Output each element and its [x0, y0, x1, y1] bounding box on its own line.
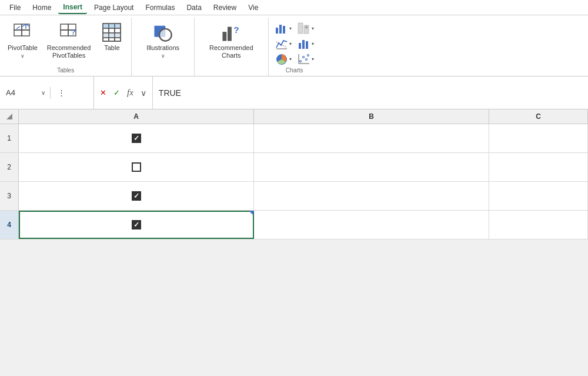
pie-chart-button[interactable]: ▾ [273, 52, 293, 66]
name-box-dropdown-arrow[interactable]: ∨ [41, 89, 45, 96]
recommended-pivottables-button[interactable]: ? RecommendedPivotTables [44, 20, 94, 61]
col-header-c[interactable]: C [489, 109, 588, 124]
header-corner[interactable] [0, 109, 19, 124]
row-header-2[interactable]: 2 [0, 153, 19, 181]
formula-content[interactable]: TRUE [152, 76, 588, 109]
menu-formulas[interactable]: Formulas [141, 2, 179, 14]
checkbox-box-a2 [132, 162, 141, 172]
menu-view[interactable]: Vie [243, 2, 263, 14]
charts-small-content: ▾ ≡ ▾ [273, 20, 316, 66]
scatter-chart-button[interactable]: ▾ [296, 52, 316, 66]
svg-rect-46 [306, 41, 308, 49]
svg-rect-0 [14, 24, 22, 30]
svg-rect-1 [14, 30, 22, 36]
pivottable-icon [12, 22, 33, 43]
dropdown-arrow-formula[interactable]: ∨ [138, 87, 149, 99]
illustrations-group-label [143, 72, 182, 76]
row-header-4[interactable]: 4 [0, 211, 19, 239]
checkbox-box-a1: ✓ [132, 134, 141, 143]
confirm-icon[interactable]: ✓ [111, 87, 122, 98]
svg-rect-33 [228, 27, 232, 41]
menu-review[interactable]: Review [209, 2, 241, 14]
table-row: 2 [0, 153, 588, 182]
table-row: 4 ✓ [0, 211, 588, 239]
svg-text:≡: ≡ [305, 25, 308, 30]
menu-data[interactable]: Data [182, 2, 206, 14]
checkbox-box-a3: ✓ [132, 191, 141, 201]
col-header-b[interactable]: B [254, 109, 489, 124]
bar-chart-button[interactable]: ▾ [273, 21, 293, 35]
cell-b3[interactable] [254, 182, 489, 210]
cell-a1[interactable]: ✓ [19, 124, 254, 152]
recommended-charts-button[interactable]: ? RecommendedCharts [206, 20, 256, 61]
pivottable-button[interactable]: PivotTable ∨ [5, 20, 41, 61]
svg-rect-21 [115, 33, 121, 38]
ribbon-group-charts: ▾ ≡ ▾ [269, 18, 320, 76]
checkbox-a4[interactable]: ✓ [131, 219, 142, 231]
formula-bar: A4 ∨ ⋮ ✕ ✓ fx ∨ TRUE [0, 76, 588, 109]
svg-point-51 [307, 55, 309, 56]
column-chart-button[interactable]: ▾ [296, 36, 316, 51]
cancel-icon[interactable]: ✕ [98, 87, 109, 98]
ribbon-group-rec-charts: ? RecommendedCharts [195, 18, 269, 76]
svg-rect-38 [276, 28, 278, 34]
illustrations-button[interactable]: Illustrations ∨ [143, 20, 182, 61]
cell-b4[interactable] [254, 211, 489, 239]
cell-c2[interactable] [489, 153, 588, 181]
row-header-3[interactable]: 3 [0, 182, 19, 210]
cell-b2[interactable] [254, 153, 489, 181]
menu-home[interactable]: Home [28, 2, 56, 14]
checkbox-a3[interactable]: ✓ [131, 190, 142, 202]
svg-rect-6 [61, 30, 68, 36]
menu-insert[interactable]: Insert [58, 1, 87, 14]
checkmark-a4: ✓ [133, 221, 139, 228]
line-chart-button[interactable]: ▾ [273, 36, 293, 51]
menu-file[interactable]: File [5, 2, 25, 14]
svg-rect-5 [61, 24, 68, 30]
cell-c3[interactable] [489, 182, 588, 210]
recommended-charts-label: RecommendedCharts [209, 44, 253, 59]
col-header-a[interactable]: A [19, 109, 254, 124]
colon-icon[interactable]: ⋮ [55, 88, 68, 97]
cell-corner-marker [249, 211, 253, 215]
svg-rect-19 [103, 33, 109, 38]
cell-a3[interactable]: ✓ [19, 182, 254, 210]
line-chart-icon [275, 37, 288, 50]
ribbon-group-tables: PivotTable ∨ ? RecommendedPivotTables [0, 18, 132, 76]
svg-text:?: ? [234, 25, 239, 35]
charts-group-label: Charts [273, 66, 316, 76]
pivottable-label: PivotTable [8, 44, 38, 52]
bar-chart-icon [275, 22, 288, 35]
cell-a4[interactable]: ✓ [19, 211, 254, 239]
illustrations-label: Illustrations [146, 44, 179, 52]
cell-a2[interactable] [19, 153, 254, 181]
fx-icon[interactable]: fx [125, 86, 136, 99]
menu-page-layout[interactable]: Page Layout [89, 2, 138, 14]
svg-rect-32 [223, 32, 227, 41]
recommended-pivottables-label: RecommendedPivotTables [47, 44, 91, 59]
table-row: 1 ✓ [0, 124, 588, 153]
table-button[interactable]: Table [97, 20, 126, 54]
pie-chart-icon [275, 52, 288, 65]
recommended-charts-icon: ? [220, 22, 242, 43]
name-box-divider [50, 87, 51, 99]
bar-chart-arrow: ▾ [289, 26, 292, 31]
table-icon [101, 22, 122, 43]
area-chart-button[interactable]: ≡ ▾ [296, 21, 316, 35]
cell-c4[interactable] [489, 211, 588, 239]
charts-row-1: ▾ ≡ ▾ [273, 21, 316, 35]
svg-rect-20 [109, 33, 115, 38]
svg-point-49 [302, 56, 304, 58]
name-box[interactable]: A4 [4, 87, 39, 98]
ribbon-group-illustrations: Illustrations ∨ [132, 18, 195, 76]
ribbon-group-tables-content: PivotTable ∨ ? RecommendedPivotTables [5, 20, 126, 66]
cell-c1[interactable] [489, 124, 588, 152]
checkbox-a1[interactable]: ✓ [131, 132, 142, 144]
scatter-chart-arrow: ▾ [312, 56, 314, 62]
tables-group-label: Tables [5, 66, 126, 76]
row-header-1[interactable]: 1 [0, 124, 19, 152]
cell-b1[interactable] [254, 124, 489, 152]
spreadsheet: A B C 1 ✓ 2 3 [0, 109, 588, 239]
checkbox-a2[interactable] [131, 161, 142, 173]
svg-rect-39 [298, 23, 303, 34]
